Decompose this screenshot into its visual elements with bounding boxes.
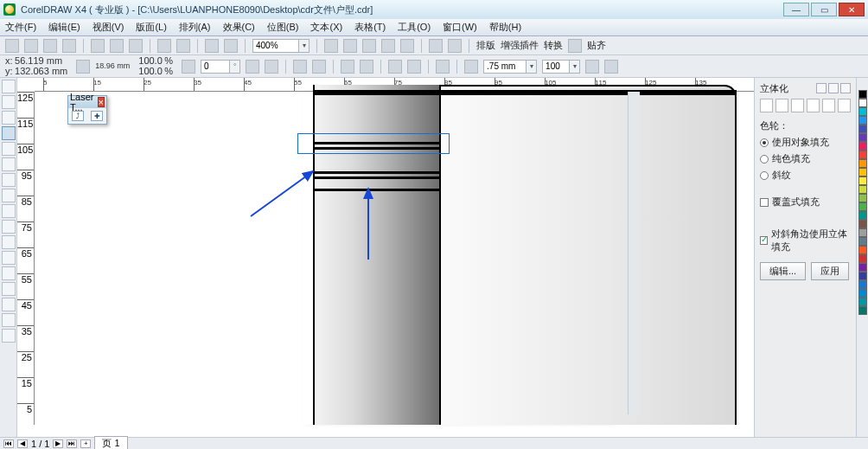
page-tab[interactable]: 页 1	[94, 436, 127, 449]
table-tool-icon[interactable]	[2, 251, 16, 265]
lock-pos-icon[interactable]	[76, 60, 90, 74]
laser-title-bar[interactable]: Laser T... ×	[68, 96, 106, 108]
redo-icon[interactable]	[176, 39, 190, 53]
last-page-icon[interactable]: ⏭	[67, 439, 77, 448]
outline-dropdown-icon[interactable]: ▾	[527, 60, 537, 74]
ellipse-tool-icon[interactable]	[2, 189, 16, 202]
close-button[interactable]: ✕	[839, 3, 865, 16]
color-swatch[interactable]	[858, 211, 867, 220]
interactive-fill-icon[interactable]	[2, 329, 16, 343]
menu-file[interactable]: 文件(F)	[5, 21, 36, 34]
copies-dropdown-icon[interactable]: ▾	[570, 60, 580, 74]
color-swatch[interactable]	[858, 280, 867, 289]
menu-tools[interactable]: 工具(O)	[398, 21, 431, 34]
menu-view[interactable]: 视图(V)	[93, 21, 124, 34]
fill-tool-icon[interactable]	[2, 313, 16, 327]
color-swatch[interactable]	[858, 194, 867, 202]
preset-5-icon[interactable]	[822, 99, 835, 112]
laser-tool-2-icon[interactable]: ✚	[91, 111, 103, 121]
convert-curves-icon[interactable]	[436, 60, 450, 74]
edit-button[interactable]: 编辑...	[760, 262, 806, 280]
color-swatch[interactable]	[858, 185, 867, 194]
color-swatch[interactable]	[858, 298, 867, 306]
tb-label-2[interactable]: 增强插件	[501, 39, 539, 52]
docker-menu-icon[interactable]	[816, 83, 827, 93]
laser-close-icon[interactable]: ×	[98, 97, 105, 107]
outline-pen-icon[interactable]	[464, 60, 478, 74]
next-page-icon[interactable]: ▶	[53, 439, 63, 448]
tb-label-3[interactable]: 转换	[544, 39, 563, 52]
import-icon[interactable]	[205, 39, 219, 53]
rotate-input[interactable]: 0	[201, 60, 230, 74]
color-swatch[interactable]	[858, 306, 867, 315]
distribute-icon[interactable]	[312, 60, 326, 74]
group-icon[interactable]	[388, 60, 402, 74]
copies-input[interactable]: 100	[542, 60, 570, 74]
text-tool-icon[interactable]	[2, 235, 16, 249]
freehand-tool-icon[interactable]	[2, 142, 16, 156]
color-swatch[interactable]	[858, 220, 867, 228]
color-swatch[interactable]	[858, 176, 867, 185]
zoom-sel-icon[interactable]	[400, 39, 414, 53]
outline-tool-icon[interactable]	[2, 298, 16, 311]
menu-arrange[interactable]: 排列(A)	[179, 21, 211, 34]
selection-marquee[interactable]	[297, 133, 450, 154]
scale-y[interactable]: 100.0	[138, 66, 163, 76]
zoom-all-icon[interactable]	[381, 39, 395, 53]
smart-fill-icon[interactable]	[2, 157, 16, 171]
order-front-icon[interactable]	[341, 60, 354, 74]
zoom-dropdown-icon[interactable]: ▾	[299, 39, 310, 53]
color-swatch[interactable]	[858, 99, 867, 107]
menu-edit[interactable]: 编辑(E)	[48, 21, 80, 34]
color-swatch[interactable]	[858, 246, 867, 254]
menu-table[interactable]: 表格(T)	[354, 21, 386, 34]
color-swatch[interactable]	[858, 142, 867, 151]
extra-icon-1[interactable]	[585, 60, 599, 74]
scale-x[interactable]: 100.0	[138, 55, 163, 66]
polygon-tool-icon[interactable]	[2, 204, 16, 218]
options-icon[interactable]	[568, 39, 582, 53]
opt-solid-fill[interactable]: 纯色填充	[760, 152, 851, 165]
print-icon[interactable]	[62, 39, 76, 53]
opt-bevel-fill[interactable]: 对斜角边使用立体填充	[760, 228, 851, 253]
vertical-scrollbar[interactable]	[628, 92, 640, 414]
shape-tool-icon[interactable]	[2, 95, 16, 109]
preset-2-icon[interactable]	[775, 99, 788, 112]
color-swatch[interactable]	[858, 125, 867, 133]
color-swatch[interactable]	[858, 289, 867, 298]
menu-text[interactable]: 文本(X)	[310, 21, 342, 34]
color-swatch[interactable]	[858, 202, 867, 211]
tb-label-1[interactable]: 排版	[476, 39, 495, 52]
color-swatch[interactable]	[858, 107, 867, 116]
mirror-v-icon[interactable]	[265, 60, 278, 74]
cut-icon[interactable]	[91, 39, 105, 53]
interactive-tool-icon[interactable]	[2, 266, 16, 280]
zoom-input[interactable]: 400%	[252, 39, 299, 53]
preset-1-icon[interactable]	[760, 99, 773, 112]
menu-bitmap[interactable]: 位图(B)	[267, 21, 299, 34]
snap-icon[interactable]	[429, 39, 443, 53]
eyedropper-icon[interactable]	[2, 282, 16, 296]
color-swatch[interactable]	[858, 228, 867, 237]
add-page-icon[interactable]: +	[80, 439, 91, 448]
crop-tool-icon[interactable]	[2, 111, 16, 125]
color-swatch[interactable]	[858, 116, 867, 125]
lock-ratio-icon[interactable]	[182, 60, 195, 74]
rectangle-tool-icon[interactable]	[2, 173, 16, 187]
color-swatch[interactable]	[858, 90, 867, 99]
menu-window[interactable]: 窗口(W)	[443, 21, 477, 34]
color-swatch[interactable]	[858, 237, 867, 246]
open-icon[interactable]	[24, 39, 38, 53]
maximize-button[interactable]: ▭	[811, 3, 837, 16]
color-swatch[interactable]	[858, 272, 867, 280]
new-icon[interactable]	[5, 39, 19, 53]
apply-button[interactable]: 应用	[811, 262, 849, 280]
mirror-h-icon[interactable]	[246, 60, 259, 74]
color-swatch[interactable]	[858, 254, 867, 263]
laser-tool-1-icon[interactable]: ⤴	[72, 111, 84, 121]
order-back-icon[interactable]	[360, 60, 373, 74]
menu-layout[interactable]: 版面(L)	[136, 21, 166, 34]
color-swatch[interactable]	[858, 151, 867, 159]
save-icon[interactable]	[43, 39, 57, 53]
preset-4-icon[interactable]	[807, 99, 820, 112]
